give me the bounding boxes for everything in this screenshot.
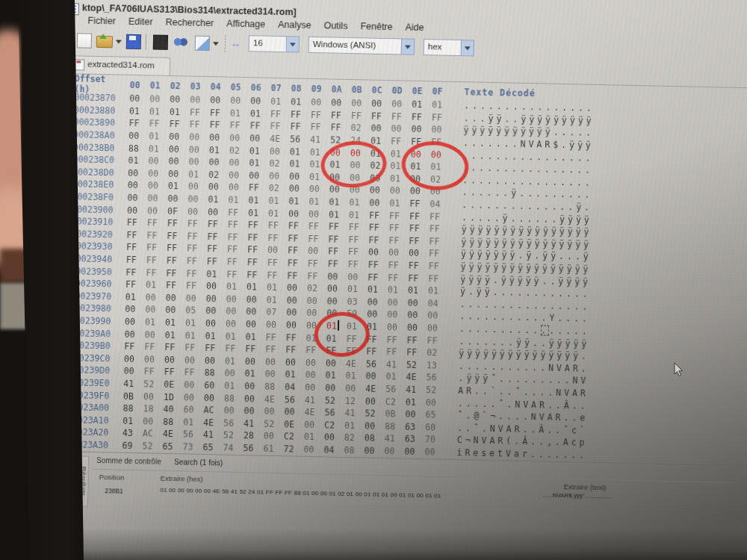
byte-cell[interactable]: 0B [385, 408, 405, 420]
byte-cell[interactable]: 00 [264, 406, 284, 417]
byte-cell[interactable]: 01 [188, 169, 208, 180]
byte-cell[interactable]: 41 [385, 433, 405, 444]
result-position-value[interactable]: 238B1 [105, 487, 123, 495]
byte-cell[interactable]: 01 [185, 330, 205, 341]
byte-cell[interactable]: FF [391, 136, 411, 147]
byte-cell[interactable]: FF [291, 109, 311, 120]
byte-cell[interactable]: FF [331, 110, 351, 121]
chevron-down-icon[interactable] [401, 39, 414, 54]
byte-cell[interactable]: 18 [143, 403, 163, 414]
byte-cell[interactable]: FF [267, 270, 287, 281]
byte-cell[interactable]: 00 [427, 311, 447, 322]
byte-cell[interactable]: 01 [268, 208, 288, 219]
byte-cell[interactable]: 00 [125, 304, 145, 315]
byte-cell[interactable]: 00 [206, 293, 226, 305]
byte-cell[interactable]: FF [247, 257, 267, 268]
byte-cell[interactable]: 00 [209, 132, 229, 143]
byte-cell[interactable]: 00 [148, 168, 168, 179]
byte-cell[interactable]: 00 [270, 146, 290, 157]
byte-cell[interactable]: FF [326, 346, 346, 357]
byte-cell[interactable]: FF [430, 211, 450, 223]
byte-cell[interactable]: FF [187, 243, 207, 255]
byte-cell[interactable]: FF [146, 243, 167, 254]
byte-cell[interactable]: 00 [204, 393, 224, 404]
byte-cell[interactable]: 00 [284, 406, 304, 417]
byte-cell[interactable]: 4E [365, 383, 385, 394]
byte-cell[interactable]: 02 [269, 158, 289, 169]
byte-cell[interactable]: 40 [163, 404, 183, 415]
menu-item-aide[interactable]: Aide [405, 22, 424, 37]
byte-cell[interactable]: 00 [188, 181, 208, 193]
byte-cell[interactable]: 00 [186, 293, 206, 304]
byte-cell[interactable]: 00 [426, 397, 446, 408]
byte-cell[interactable]: 56 [290, 134, 310, 145]
byte-cell[interactable]: 01 [183, 417, 203, 428]
byte-cell[interactable]: 01 [248, 208, 268, 219]
byte-cell[interactable]: 00 [388, 297, 408, 308]
byte-cell[interactable]: 00 [189, 132, 209, 143]
byte-cell[interactable]: FF [368, 234, 388, 246]
byte-cell[interactable]: AC [203, 405, 223, 416]
byte-cell[interactable]: FF [166, 268, 186, 279]
byte-cell[interactable]: 01 [149, 143, 169, 155]
byte-cell[interactable]: 00 [387, 322, 407, 333]
byte-cell[interactable]: 1D [164, 391, 184, 402]
byte-cell[interactable]: 65 [425, 409, 445, 420]
tab-extracted314[interactable]: extracted314.rom [70, 55, 170, 75]
byte-cell[interactable]: 00 [309, 184, 329, 195]
byte-cell[interactable]: FF [209, 120, 229, 131]
byte-cell[interactable]: FF [328, 258, 348, 270]
byte-cell[interactable]: 00 [405, 409, 425, 420]
byte-cell[interactable]: 01 [289, 159, 309, 170]
byte-cell[interactable]: 00 [127, 205, 147, 216]
byte-cell[interactable]: 00 [205, 355, 225, 367]
byte-cell[interactable]: 00 [208, 207, 228, 218]
byte-cell[interactable]: 24 [350, 135, 371, 146]
byte-cell[interactable]: 00 [208, 182, 229, 193]
byte-cell[interactable]: 00 [246, 319, 266, 330]
byte-cell[interactable]: 01 [406, 396, 426, 408]
byte-cell[interactable]: 05 [185, 305, 205, 317]
menu-item-fenêtre[interactable]: Fenêtre [360, 21, 392, 35]
byte-cell[interactable]: 00 [390, 186, 410, 197]
byte-cell[interactable]: FF [368, 260, 388, 271]
byte-cell[interactable]: 00 [128, 131, 149, 142]
byte-cell[interactable]: FF [287, 270, 307, 281]
byte-cell[interactable]: 4E [346, 358, 366, 370]
byte-cell[interactable]: FF [369, 223, 389, 234]
byte-cell[interactable]: FF [351, 111, 371, 122]
byte-cell[interactable]: 88 [163, 417, 183, 428]
byte-cell[interactable]: 00 [289, 171, 309, 182]
byte-cell[interactable]: FF [167, 243, 187, 254]
byte-cell[interactable]: 00 [368, 296, 388, 308]
byte-cell[interactable]: 00 [125, 317, 145, 328]
byte-cell[interactable]: FF [386, 335, 406, 346]
byte-cell[interactable]: 00 [146, 292, 166, 303]
byte-cell[interactable]: 88 [128, 143, 149, 154]
byte-cell[interactable]: FF [348, 234, 368, 246]
byte-cell[interactable]: 52 [142, 441, 162, 452]
byte-cell[interactable]: 00 [307, 296, 327, 307]
byte-cell[interactable]: 00 [244, 393, 264, 405]
byte-cell[interactable]: 00 [143, 416, 163, 427]
byte-cell[interactable]: FF [225, 343, 245, 355]
chevron-down-icon[interactable] [461, 40, 474, 55]
byte-cell[interactable]: 00 [169, 131, 189, 143]
byte-cell[interactable]: FF [149, 119, 169, 130]
byte-cell[interactable]: FF [207, 256, 227, 267]
byte-cell[interactable]: 72 [283, 444, 303, 455]
menu-item-fichier[interactable]: Fichier [87, 16, 116, 30]
byte-cell[interactable]: FF [288, 246, 308, 257]
byte-cell[interactable]: 02 [269, 183, 289, 194]
byte-cell[interactable]: 01 [310, 147, 330, 158]
byte-cell[interactable]: 41 [123, 379, 143, 390]
byte-cell[interactable]: 08 [365, 433, 385, 444]
byte-cell[interactable]: 61 [263, 444, 283, 455]
byte-cell[interactable]: 00 [368, 247, 388, 258]
byte-cell[interactable]: FF [409, 211, 430, 222]
byte-cell[interactable]: 01 [146, 280, 166, 291]
byte-cell[interactable]: 00 [411, 149, 431, 160]
byte-cell[interactable]: FF [228, 220, 248, 231]
byte-cell[interactable]: 00 [407, 310, 427, 321]
byte-cell[interactable]: FF [249, 183, 269, 194]
